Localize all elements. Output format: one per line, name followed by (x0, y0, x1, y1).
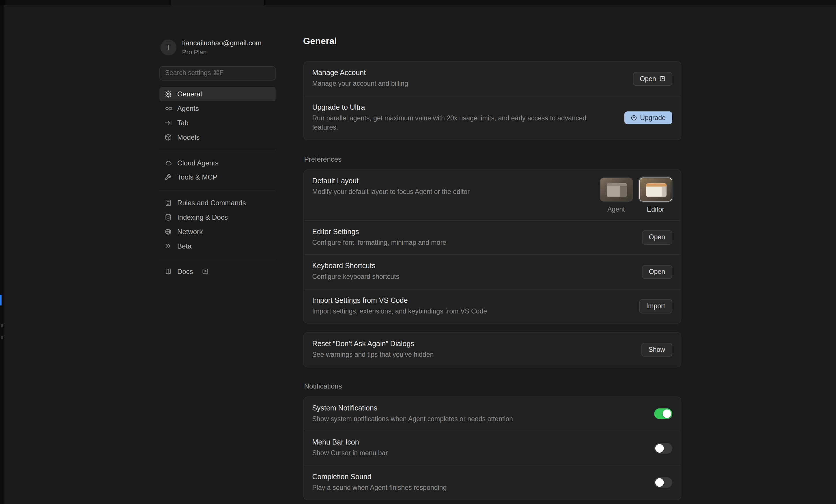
toggle-knob (655, 444, 664, 453)
sidebar-item-label: Tools & MCP (177, 173, 217, 181)
sidebar-item-agents[interactable]: Agents (159, 101, 276, 115)
keyboard-shortcuts-open-button[interactable]: Open (642, 265, 672, 279)
layout-option-editor[interactable]: Editor (639, 177, 672, 213)
sidebar-item-network[interactable]: Network (159, 224, 276, 239)
tab-key-icon (164, 119, 172, 127)
system-notifications-toggle[interactable] (654, 408, 672, 419)
sidebar-item-tab[interactable]: Tab (159, 115, 276, 130)
divider (159, 150, 276, 150)
sidebar-item-label: Beta (177, 242, 191, 250)
rail-tick (1, 336, 3, 339)
import-vscode-row: Import Settings from VS Code Import sett… (304, 289, 681, 323)
divider (159, 190, 276, 190)
menu-bar-icon-toggle[interactable] (654, 443, 672, 453)
row-subtitle: Configure font, formatting, minimap and … (312, 238, 629, 247)
editor-layout-thumbnail (639, 177, 672, 201)
button-label: Import (646, 303, 665, 309)
button-label: Open (649, 234, 665, 241)
sidebar-item-label: Network (177, 228, 203, 235)
row-subtitle: Modify your default layout to focus Agen… (312, 187, 587, 197)
upgrade-button[interactable]: Upgrade (624, 112, 672, 124)
editor-settings-open-button[interactable]: Open (642, 230, 672, 245)
reset-dialogs-row: Reset “Don’t Ask Again” Dialogs See warn… (304, 332, 681, 366)
toggle-knob (655, 478, 664, 487)
database-icon (164, 213, 172, 221)
default-layout-row: Default Layout Modify your default layou… (304, 170, 681, 220)
sidebar-item-label: Agents (177, 104, 199, 113)
sidebar-item-cloud-agents[interactable]: Cloud Agents (159, 156, 276, 170)
layout-option-label: Editor (639, 206, 672, 213)
upgrade-ultra-row: Upgrade to Ultra Run parallel agents, ge… (304, 96, 681, 139)
system-notifications-row: System Notifications Show system notific… (304, 397, 681, 431)
row-title: Completion Sound (312, 472, 641, 481)
layout-option-agent[interactable]: Agent (600, 177, 633, 213)
gear-icon (164, 90, 172, 98)
editor-settings-row: Editor Settings Configure font, formatti… (304, 220, 681, 254)
sidebar-item-rules-commands[interactable]: Rules and Commands (159, 195, 276, 210)
account-email: tiancailuohao@gmail.com (182, 38, 262, 47)
row-subtitle: Run parallel agents, get maximum value w… (312, 114, 611, 133)
sidebar-item-beta[interactable]: Beta (159, 239, 276, 253)
editor-tabbar-fragment (0, 0, 836, 5)
sidebar-item-label: Rules and Commands (177, 199, 246, 207)
upgrade-icon (630, 115, 637, 121)
manage-account-row: Manage Account Manage your account and b… (304, 62, 681, 96)
row-title: Upgrade to Ultra (312, 103, 611, 111)
account-summary: T tiancailuohao@gmail.com Pro Plan (160, 38, 276, 56)
preferences-card: Default Layout Modify your default layou… (303, 169, 681, 324)
external-link-icon (659, 76, 665, 82)
chevrons-right-icon (164, 242, 172, 250)
app-window: T tiancailuohao@gmail.com Pro Plan Gener… (0, 0, 836, 504)
infinity-icon (164, 104, 172, 113)
sidebar-item-label: General (177, 90, 202, 98)
settings-content: General Manage Account Manage your accou… (303, 35, 681, 504)
row-title: Manage Account (312, 69, 620, 77)
sidebar-item-label: Docs (177, 268, 193, 276)
keyboard-shortcuts-row: Keyboard Shortcuts Configure keyboard sh… (304, 254, 681, 289)
reset-dialogs-show-button[interactable]: Show (642, 343, 672, 357)
row-title: System Notifications (312, 404, 641, 412)
rail-blue-accent (0, 295, 2, 305)
wrench-icon (164, 173, 172, 181)
row-title: Import Settings from VS Code (312, 296, 626, 304)
settings-panel: T tiancailuohao@gmail.com Pro Plan Gener… (4, 5, 836, 504)
menu-bar-icon-row: Menu Bar Icon Show Cursor in menu bar (304, 431, 681, 465)
button-label: Open (649, 269, 665, 275)
sidebar-item-docs[interactable]: Docs (159, 265, 276, 279)
external-link-icon (202, 268, 208, 274)
button-label: Show (648, 346, 665, 353)
divider (159, 258, 276, 259)
settings-sidebar: T tiancailuohao@gmail.com Pro Plan Gener… (159, 35, 276, 504)
button-label: Open (640, 75, 656, 82)
sidebar-item-tools-mcp[interactable]: Tools & MCP (159, 170, 276, 185)
row-title: Default Layout (312, 177, 587, 185)
row-subtitle: Play a sound when Agent finishes respond… (312, 483, 641, 492)
sidebar-item-indexing-docs[interactable]: Indexing & Docs (159, 210, 276, 224)
cloud-icon (164, 159, 172, 167)
cube-icon (164, 133, 172, 141)
sidebar-item-models[interactable]: Models (159, 130, 276, 144)
agent-layout-thumbnail (600, 177, 633, 201)
sidebar-item-label: Tab (177, 119, 189, 127)
account-plan-badge: Pro Plan (182, 47, 262, 56)
active-tab-fragment[interactable] (171, 0, 265, 5)
row-subtitle: Import settings, extensions, and keybind… (312, 307, 626, 316)
row-subtitle: Show system notifications when Agent com… (312, 414, 641, 424)
sidebar-item-label: Models (177, 133, 200, 141)
import-vscode-button[interactable]: Import (640, 299, 672, 313)
completion-sound-toggle[interactable] (654, 477, 672, 488)
account-card: Manage Account Manage your account and b… (303, 61, 681, 140)
completion-sound-row: Completion Sound Play a sound when Agent… (304, 465, 681, 499)
search-settings-input[interactable] (159, 66, 276, 80)
row-subtitle: Show Cursor in menu bar (312, 449, 641, 458)
avatar: T (160, 39, 176, 55)
layout-option-label: Agent (600, 206, 633, 213)
manage-account-open-button[interactable]: Open (633, 72, 672, 86)
globe-icon (164, 228, 172, 235)
sidebar-item-general[interactable]: General (159, 87, 276, 101)
page-title: General (303, 36, 681, 47)
row-title: Keyboard Shortcuts (312, 262, 629, 270)
notifications-card: System Notifications Show system notific… (303, 396, 681, 500)
rail-tick (1, 324, 3, 327)
editor-left-rail (0, 5, 4, 504)
